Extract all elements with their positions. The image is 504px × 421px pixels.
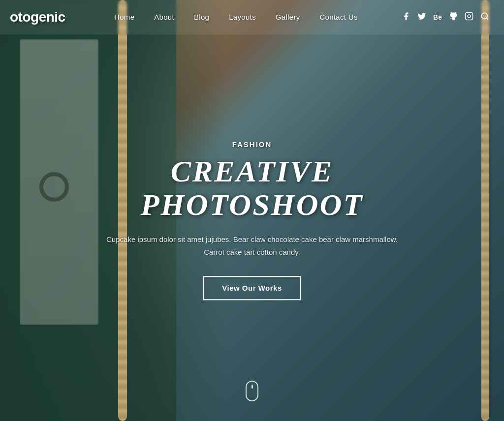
hero-cta-button[interactable]: View Our Works <box>203 276 301 301</box>
nav-item-gallery[interactable]: Gallery <box>266 13 310 22</box>
scroll-indicator <box>246 381 258 401</box>
navbar: otogenic Home About Blog Layouts Gallery… <box>0 0 504 34</box>
site-logo[interactable]: otogenic <box>0 9 75 25</box>
facebook-icon[interactable] <box>402 12 410 23</box>
hero-content: Fashion CREATIVE PHOTOSHOOT Cupcake ipsu… <box>104 140 400 300</box>
svg-point-2 <box>481 13 487 19</box>
nav-link-blog[interactable]: Blog <box>184 9 219 25</box>
nav-item-blog[interactable]: Blog <box>184 13 219 22</box>
scroll-wheel <box>252 385 253 389</box>
svg-rect-0 <box>465 13 472 20</box>
hero-title: CREATIVE PHOTOSHOOT <box>104 154 400 221</box>
nav-link-layouts[interactable]: Layouts <box>219 9 266 25</box>
rope-right <box>481 0 489 421</box>
nav-item-home[interactable]: Home <box>104 13 144 22</box>
instagram-icon[interactable] <box>465 12 473 23</box>
wreath-decor <box>39 172 69 202</box>
search-icon[interactable] <box>480 12 489 23</box>
nav-item-contact[interactable]: Contact Us <box>310 13 367 22</box>
scroll-mouse-icon <box>246 381 258 401</box>
hero-category: Fashion <box>104 140 400 149</box>
twitter-icon[interactable] <box>417 12 426 23</box>
nav-item-about[interactable]: About <box>144 13 184 22</box>
nav-link-gallery[interactable]: Gallery <box>266 9 310 25</box>
svg-line-3 <box>486 18 488 19</box>
github-icon[interactable] <box>449 12 458 23</box>
behance-icon[interactable]: Bē <box>433 13 442 21</box>
nav-link-about[interactable]: About <box>144 9 184 25</box>
hero-section: otogenic Home About Blog Layouts Gallery… <box>0 0 504 421</box>
hero-description: Cupcake ipsum dolor sit amet jujubes. Be… <box>104 234 400 259</box>
nav-link-contact[interactable]: Contact Us <box>310 9 367 25</box>
nav-item-layouts[interactable]: Layouts <box>219 13 266 22</box>
nav-links: Home About Blog Layouts Gallery Contact … <box>104 13 368 22</box>
social-icons-group: Bē <box>397 12 494 23</box>
nav-link-home[interactable]: Home <box>104 9 144 25</box>
